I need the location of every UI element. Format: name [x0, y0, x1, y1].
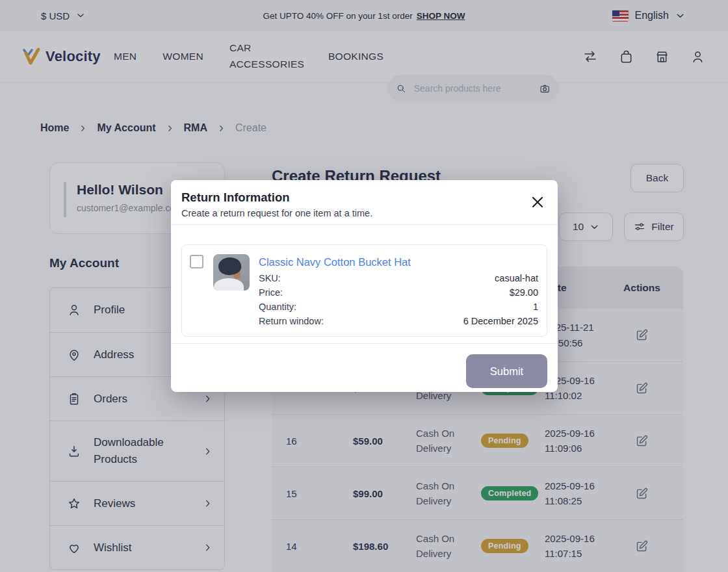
- sku-value: casual-hat: [495, 271, 538, 285]
- modal-footer: Submit: [171, 343, 558, 388]
- quantity-label: Quantity:: [259, 300, 296, 314]
- return-window-value: 6 December 2025: [463, 314, 538, 328]
- return-information-modal: Return Information Create a return reque…: [171, 180, 558, 392]
- close-icon[interactable]: [531, 196, 544, 209]
- sku-label: SKU:: [259, 271, 281, 285]
- product-detail-row: Return window: 6 December 2025: [259, 314, 538, 328]
- product-detail-row: Quantity: 1: [259, 300, 538, 314]
- return-window-label: Return window:: [259, 314, 324, 328]
- product-name-link[interactable]: Classic Navy Cotton Bucket Hat: [259, 254, 538, 270]
- product-image: [213, 254, 250, 291]
- product-detail-row: SKU: casual-hat: [259, 271, 538, 285]
- item-checkbox[interactable]: [190, 255, 203, 268]
- modal-subtitle: Create a return request for one item at …: [181, 207, 547, 220]
- modal-title: Return Information: [181, 190, 547, 205]
- product-info: Classic Navy Cotton Bucket Hat SKU: casu…: [259, 254, 538, 328]
- price-label: Price:: [259, 285, 283, 300]
- product-detail-row: Price: $29.00: [259, 285, 538, 300]
- return-item-card: Classic Navy Cotton Bucket Hat SKU: casu…: [181, 244, 547, 337]
- quantity-value: 1: [533, 300, 538, 314]
- submit-button[interactable]: Submit: [466, 354, 547, 388]
- price-value: $29.00: [510, 285, 538, 300]
- modal-header: Return Information Create a return reque…: [171, 180, 558, 225]
